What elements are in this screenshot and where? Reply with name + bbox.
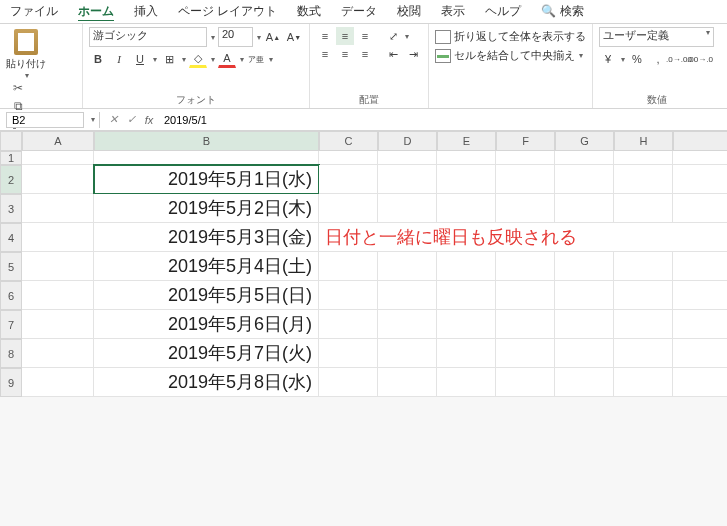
cell-C8[interactable] bbox=[319, 339, 378, 368]
cell-A7[interactable] bbox=[22, 310, 94, 339]
cell-E3[interactable] bbox=[437, 194, 496, 223]
number-format-select[interactable]: ユーザー定義 ▾ bbox=[599, 27, 714, 47]
col-header-blank[interactable] bbox=[673, 131, 727, 151]
cell-B8[interactable]: 2019年5月7日(火) bbox=[94, 339, 319, 368]
cell-I1[interactable] bbox=[673, 151, 727, 165]
cell-C2[interactable] bbox=[319, 165, 378, 194]
cell-G6[interactable] bbox=[555, 281, 614, 310]
menu-search[interactable]: 🔍 検索 bbox=[531, 0, 593, 24]
orientation-button[interactable]: ⤢ bbox=[384, 27, 402, 45]
cell-C6[interactable] bbox=[319, 281, 378, 310]
cell-H6[interactable] bbox=[614, 281, 673, 310]
cell-G3[interactable] bbox=[555, 194, 614, 223]
font-name-select[interactable]: 游ゴシック bbox=[89, 27, 207, 47]
cell-G2[interactable] bbox=[555, 165, 614, 194]
decrease-decimal-button[interactable]: .00→.0 bbox=[691, 50, 709, 68]
cell-E8[interactable] bbox=[437, 339, 496, 368]
cell-D8[interactable] bbox=[378, 339, 437, 368]
align-middle-button[interactable]: ≡ bbox=[336, 27, 354, 45]
col-header-F[interactable]: F bbox=[496, 131, 555, 151]
menu-review[interactable]: 校閲 bbox=[387, 0, 431, 24]
col-header-G[interactable]: G bbox=[555, 131, 614, 151]
cell-E9[interactable] bbox=[437, 368, 496, 397]
cell-A3[interactable] bbox=[22, 194, 94, 223]
cell-A4[interactable] bbox=[22, 223, 94, 252]
cell-H2[interactable] bbox=[614, 165, 673, 194]
cell-E5[interactable] bbox=[437, 252, 496, 281]
cell-D1[interactable] bbox=[378, 151, 437, 165]
cell-I8[interactable] bbox=[673, 339, 727, 368]
cell-F5[interactable] bbox=[496, 252, 555, 281]
cell-C3[interactable] bbox=[319, 194, 378, 223]
fill-color-button[interactable]: ◇ bbox=[189, 50, 207, 68]
cell-H1[interactable] bbox=[614, 151, 673, 165]
cell-B6[interactable]: 2019年5月5日(日) bbox=[94, 281, 319, 310]
cell-H9[interactable] bbox=[614, 368, 673, 397]
cell-F9[interactable] bbox=[496, 368, 555, 397]
border-button[interactable]: ⊞ bbox=[160, 50, 178, 68]
cell-G5[interactable] bbox=[555, 252, 614, 281]
col-header-H[interactable]: H bbox=[614, 131, 673, 151]
cell-I7[interactable] bbox=[673, 310, 727, 339]
menu-formulas[interactable]: 数式 bbox=[287, 0, 331, 24]
cell-D5[interactable] bbox=[378, 252, 437, 281]
cell-B9[interactable]: 2019年5月8日(水) bbox=[94, 368, 319, 397]
font-color-button[interactable]: A bbox=[218, 50, 236, 68]
cell-B7[interactable]: 2019年5月6日(月) bbox=[94, 310, 319, 339]
cell-C1[interactable] bbox=[319, 151, 378, 165]
cell-A6[interactable] bbox=[22, 281, 94, 310]
menu-data[interactable]: データ bbox=[331, 0, 387, 24]
row-header-3[interactable]: 3 bbox=[0, 194, 22, 223]
col-header-C[interactable]: C bbox=[319, 131, 378, 151]
row-header-8[interactable]: 8 bbox=[0, 339, 22, 368]
menu-view[interactable]: 表示 bbox=[431, 0, 475, 24]
cell-G9[interactable] bbox=[555, 368, 614, 397]
cell-F1[interactable] bbox=[496, 151, 555, 165]
cell-H8[interactable] bbox=[614, 339, 673, 368]
cell-E1[interactable] bbox=[437, 151, 496, 165]
col-header-E[interactable]: E bbox=[437, 131, 496, 151]
cancel-edit-button[interactable]: ✕ bbox=[104, 113, 122, 126]
fx-button[interactable]: fx bbox=[140, 114, 158, 126]
decrease-font-button[interactable]: A▼ bbox=[285, 28, 303, 46]
cell-D7[interactable] bbox=[378, 310, 437, 339]
cell-E2[interactable] bbox=[437, 165, 496, 194]
formula-input[interactable] bbox=[158, 112, 727, 128]
cut-button[interactable]: ✂ bbox=[10, 80, 26, 96]
cell-D9[interactable] bbox=[378, 368, 437, 397]
cell-A5[interactable] bbox=[22, 252, 94, 281]
cell-B2[interactable]: 2019年5月1日(水) bbox=[94, 165, 319, 194]
cell-C9[interactable] bbox=[319, 368, 378, 397]
cell-F8[interactable] bbox=[496, 339, 555, 368]
cell-B4[interactable]: 2019年5月3日(金) bbox=[94, 223, 319, 252]
col-header-B[interactable]: B bbox=[94, 131, 319, 151]
cell-D6[interactable] bbox=[378, 281, 437, 310]
cell-G8[interactable] bbox=[555, 339, 614, 368]
cell-A8[interactable] bbox=[22, 339, 94, 368]
italic-button[interactable]: I bbox=[110, 50, 128, 68]
menu-insert[interactable]: 挿入 bbox=[124, 0, 168, 24]
increase-decimal-button[interactable]: .0→.00 bbox=[670, 50, 688, 68]
cell-D3[interactable] bbox=[378, 194, 437, 223]
cell-I3[interactable] bbox=[673, 194, 727, 223]
menu-page-layout[interactable]: ページ レイアウト bbox=[168, 0, 287, 24]
increase-indent-button[interactable]: ⇥ bbox=[404, 45, 422, 63]
row-header-5[interactable]: 5 bbox=[0, 252, 22, 281]
increase-font-button[interactable]: A▲ bbox=[264, 28, 282, 46]
cell-I6[interactable] bbox=[673, 281, 727, 310]
cell-H3[interactable] bbox=[614, 194, 673, 223]
cell-B1[interactable] bbox=[94, 151, 319, 165]
cell-I5[interactable] bbox=[673, 252, 727, 281]
align-center-button[interactable]: ≡ bbox=[336, 45, 354, 63]
bold-button[interactable]: B bbox=[89, 50, 107, 68]
menu-file[interactable]: ファイル bbox=[0, 0, 68, 24]
row-header-2[interactable]: 2 bbox=[0, 165, 22, 194]
row-header-9[interactable]: 9 bbox=[0, 368, 22, 397]
align-top-button[interactable]: ≡ bbox=[316, 27, 334, 45]
row-header-6[interactable]: 6 bbox=[0, 281, 22, 310]
cell-G1[interactable] bbox=[555, 151, 614, 165]
percent-button[interactable]: % bbox=[628, 50, 646, 68]
cell-B5[interactable]: 2019年5月4日(土) bbox=[94, 252, 319, 281]
align-left-button[interactable]: ≡ bbox=[316, 45, 334, 63]
cell-I2[interactable] bbox=[673, 165, 727, 194]
